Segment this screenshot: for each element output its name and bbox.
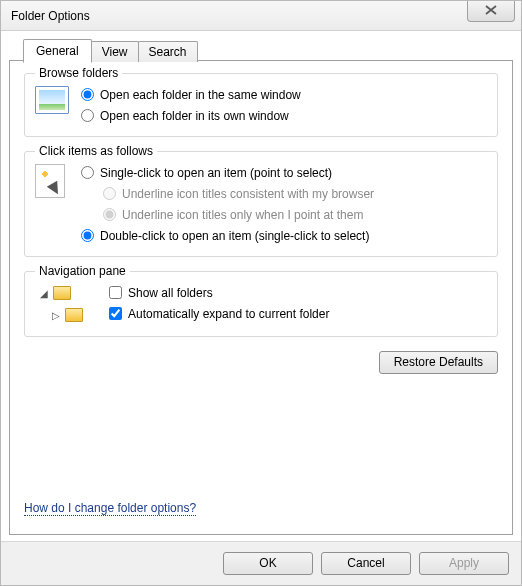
tab-search[interactable]: Search: [138, 41, 198, 62]
radio-same-window[interactable]: Open each folder in the same window: [81, 84, 487, 105]
folder-icon: [53, 286, 71, 300]
close-icon: [485, 4, 497, 18]
check-auto-expand[interactable]: Automatically expand to current folder: [109, 303, 329, 324]
group-legend: Click items as follows: [35, 144, 157, 158]
cancel-button[interactable]: Cancel: [321, 552, 411, 575]
check-show-all-folders-input[interactable]: [109, 286, 122, 299]
tab-general[interactable]: General: [23, 39, 92, 63]
radio-own-window[interactable]: Open each folder in its own window: [81, 105, 487, 126]
tree-collapse-icon: ◢: [39, 288, 49, 299]
restore-defaults-button[interactable]: Restore Defaults: [379, 351, 498, 374]
radio-same-window-input[interactable]: [81, 88, 94, 101]
ok-button[interactable]: OK: [223, 552, 313, 575]
check-auto-expand-input[interactable]: [109, 307, 122, 320]
tab-view[interactable]: View: [91, 41, 139, 62]
click-icon-col: [35, 162, 81, 246]
content-area: General View Search Browse folders Open …: [1, 31, 521, 541]
titlebar: Folder Options: [1, 1, 521, 31]
window-thumb-icon: [35, 86, 69, 114]
radio-own-window-input[interactable]: [81, 109, 94, 122]
tree-expand-icon: ▷: [51, 310, 61, 321]
radio-double-click[interactable]: Double-click to open an item (single-cli…: [81, 225, 487, 246]
radio-single-click[interactable]: Single-click to open an item (point to s…: [81, 162, 487, 183]
radio-underline-browser-input: [103, 187, 116, 200]
radio-underline-browser: Underline icon titles consistent with my…: [81, 183, 487, 204]
group-click-items: Click items as follows Single-click to o…: [24, 151, 498, 257]
radio-single-click-input[interactable]: [81, 166, 94, 179]
group-legend: Navigation pane: [35, 264, 130, 278]
radio-underline-point-input: [103, 208, 116, 221]
group-browse-folders: Browse folders Open each folder in the s…: [24, 73, 498, 137]
browse-icon: [35, 84, 81, 126]
close-button[interactable]: [467, 1, 515, 22]
folder-icon: [65, 308, 83, 322]
cursor-click-icon: [35, 164, 65, 198]
nav-tree-icons: ◢ ▷: [35, 282, 89, 326]
dialog-footer: OK Cancel Apply: [1, 541, 521, 585]
apply-button[interactable]: Apply: [419, 552, 509, 575]
check-show-all-folders[interactable]: Show all folders: [109, 282, 329, 303]
radio-double-click-input[interactable]: [81, 229, 94, 242]
help-link[interactable]: How do I change folder options?: [24, 501, 196, 516]
group-navigation-pane: Navigation pane ◢ ▷: [24, 271, 498, 337]
group-legend: Browse folders: [35, 66, 122, 80]
tabstrip: General View Search: [9, 39, 513, 61]
window-title: Folder Options: [11, 9, 90, 23]
radio-underline-point: Underline icon titles only when I point …: [81, 204, 487, 225]
folder-options-dialog: Folder Options General View Search Brows…: [0, 0, 522, 586]
tab-panel-general: Browse folders Open each folder in the s…: [9, 60, 513, 535]
